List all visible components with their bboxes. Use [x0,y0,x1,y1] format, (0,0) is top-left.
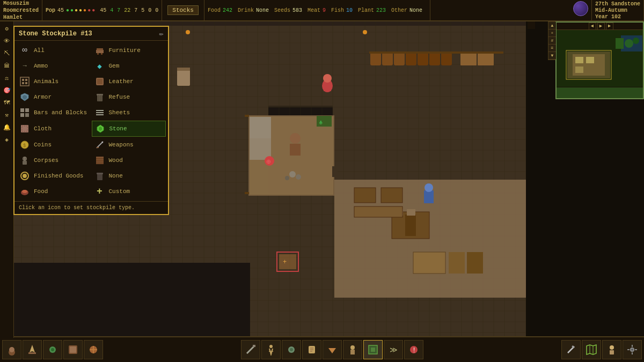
svg-point-229 [269,345,273,348]
stockpile-item-food[interactable]: Food [17,184,91,199]
sidebar-icon-9[interactable]: 🔔 [1,121,13,133]
svg-rect-157 [467,252,483,274]
elevation-up[interactable]: ▲ [548,22,556,29]
stockpile-item-none[interactable]: None [92,168,166,183]
top-bar: Mosuszim Roomcrested Hamlet Pop 45 ● ● ●… [0,0,644,21]
stockpile-item-furniture[interactable]: Furniture [92,43,166,58]
svg-rect-179 [25,113,29,117]
ammo-icon: → [19,60,31,72]
resources-section: Food 242 Drink None Seeds 583 Meat 9 Fis… [204,0,430,20]
stockpile-item-sheets[interactable]: Sheets [92,105,166,120]
svg-rect-124 [424,190,434,203]
stocks-button[interactable]: Stocks [167,5,199,15]
sidebar-icon-6[interactable]: 🎯 [1,84,13,96]
bottom-icon-walk[interactable] [261,340,281,359]
stockpile-item-bars[interactable]: Bars and Blocks [17,105,91,120]
stone-icon [94,123,106,135]
bottom-icon-items[interactable] [282,340,301,359]
settlement-name: Mosuszim [3,0,39,7]
stockpile-item-refuse[interactable]: Refuse [92,90,166,105]
season-indicator [573,1,588,16]
svg-rect-141 [177,68,190,71]
bottom-icon-scroll[interactable] [302,340,321,359]
svg-rect-105 [478,53,494,65]
all-icon: ∞ [19,45,31,56]
stockpile-item-animals[interactable]: Animals [17,74,91,89]
svg-rect-208 [616,38,624,49]
stockpile-item-all[interactable]: ∞ All [17,43,91,58]
bottom-icon-stockpile-active[interactable] [363,340,383,359]
sidebar-icon-7[interactable]: 🗺 [1,97,13,108]
sidebar-icon-5[interactable]: ⚖ [1,72,13,84]
stockpile-item-weapons[interactable]: Weapons [92,137,166,152]
minimap-play[interactable]: ▶ [597,23,605,30]
armor-label: Armor [34,94,52,100]
stockpile-edit-icon[interactable]: ✏ [159,29,164,38]
stockpile-item-coins[interactable]: $ Coins [17,137,91,152]
stockpile-item-corpses[interactable]: Corpses [17,153,91,168]
svg-rect-213 [586,57,594,63]
svg-rect-219 [28,352,36,354]
furniture-label: Furniture [109,47,141,54]
bottom-icon-character[interactable] [602,340,621,359]
stockpile-item-finished[interactable]: Finished Goods [17,168,91,183]
sidebar-icon-10[interactable]: ◈ [1,134,13,145]
svg-rect-102 [429,53,440,65]
stockpile-item-cloth[interactable]: Cloth [17,121,91,137]
stockpile-item-gem[interactable]: ◆ Gem [92,58,166,73]
sidebar-icon-3[interactable]: ⛏ [1,47,13,59]
elevation-zoom2[interactable]: # [548,37,556,45]
bottom-icon-sword[interactable] [561,340,581,359]
bottom-icon-down-arrow[interactable] [323,340,342,359]
bottom-icon-next[interactable]: ≫ [384,340,403,359]
minimap-nav-right[interactable]: ► [606,23,613,30]
svg-rect-156 [449,252,465,274]
bottom-icon-map[interactable] [582,340,601,359]
svg-rect-149 [332,166,338,177]
elevation-zoom3[interactable]: ≡ [548,45,556,52]
stockpile-item-ammo[interactable]: → Ammo [17,58,91,73]
date-text-section: 27th Sandstone Mid-Autumn Year 102 [592,0,644,20]
svg-point-249 [610,345,614,350]
bottom-icon-alert[interactable]: ! [404,340,423,359]
bottom-icon-zones[interactable] [84,340,103,359]
gem-icon: ◆ [94,60,106,72]
svg-rect-165 [25,79,27,81]
stocks-section[interactable]: Stocks [162,0,204,20]
finished-goods-label: Finished Goods [34,173,83,179]
svg-rect-111 [290,144,301,156]
svg-point-125 [425,183,433,192]
svg-rect-169 [97,79,103,84]
svg-rect-106 [369,51,503,54]
stockpile-item-custom[interactable]: + Custom [92,184,166,199]
food-icon [19,186,31,197]
svg-rect-178 [20,113,24,117]
minimap-nav-left[interactable]: ◄ [589,23,596,30]
bottom-icon-build[interactable] [43,340,62,359]
settlement-info: Mosuszim Roomcrested Hamlet [0,0,42,20]
sidebar-icon-8[interactable]: ⚒ [1,109,13,121]
stockpile-item-leather[interactable]: Leather [92,74,166,89]
svg-rect-193 [23,161,27,165]
sidebar-icon-1[interactable]: ⚙ [1,23,13,34]
bottom-icon-settings[interactable] [623,340,642,359]
svg-rect-139 [245,192,249,194]
sidebar-icon-2[interactable]: 👁 [1,35,13,47]
stockpile-item-wood[interactable]: Wood [92,153,166,168]
stockpile-item-armor[interactable]: Armor [17,90,91,105]
bottom-icon-orders[interactable] [63,340,83,359]
none-icon [94,170,106,182]
svg-rect-140 [177,70,190,86]
svg-point-137 [285,176,289,180]
bottom-icon-dwarf[interactable] [343,340,362,359]
elevation-down[interactable]: ▼ [548,52,556,60]
svg-rect-160 [97,53,99,55]
bottom-icon-mining[interactable] [241,340,260,359]
stockpile-item-stone[interactable]: Stone [92,121,166,137]
svg-rect-256 [635,349,637,350]
none-label: None [109,173,123,179]
bottom-icon-designate[interactable] [23,340,42,359]
elevation-zoom1[interactable]: + [548,29,556,37]
bottom-icon-move[interactable] [2,340,21,359]
sidebar-icon-4[interactable]: 🏛 [1,60,13,71]
